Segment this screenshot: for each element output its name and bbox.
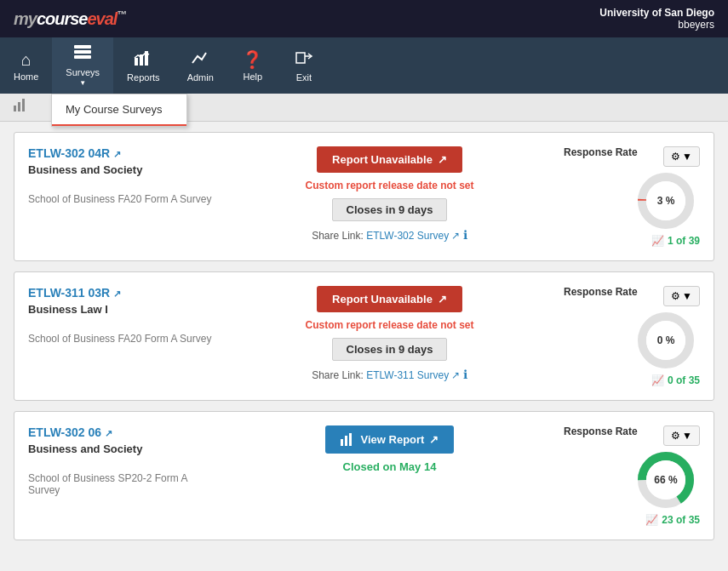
rate-gear-row-2: Response Rate ⚙ ▼	[564, 286, 700, 306]
navbar: ⌂ Home Surveys ▼ Reports Admin ❓ Help Ex…	[0, 37, 728, 94]
report-unavailable-btn-1[interactable]: Report Unavailable ↗	[317, 146, 462, 173]
share-link-url-2[interactable]: ETLW-311 Survey ↗	[366, 369, 463, 381]
response-rate-title-3: Response Rate	[564, 425, 638, 437]
nav-help-label: Help	[244, 71, 263, 82]
report-unavailable-label-2: Report Unavailable	[332, 293, 433, 305]
share-link-prefix-2: Share Link:	[312, 369, 364, 381]
nav-reports[interactable]: Reports	[113, 37, 174, 94]
svg-rect-9	[22, 99, 25, 111]
svg-rect-0	[74, 45, 91, 49]
response-rate-title-2: Response Rate	[564, 286, 638, 298]
course-name-2: Business Law I	[28, 303, 215, 316]
stats-label-3: 23 of 35	[662, 514, 700, 526]
reports-icon	[134, 49, 152, 71]
share-link-url-1[interactable]: ETLW-302 Survey ↗	[366, 230, 463, 242]
main-content: ETLW-302 04R ↗ Business and Society Scho…	[0, 122, 728, 561]
svg-rect-15	[341, 439, 343, 446]
gear-icon-2: ⚙	[671, 290, 680, 302]
exit-icon	[295, 49, 313, 71]
surveys-dropdown: My Course Surveys	[51, 94, 187, 127]
nav-home[interactable]: ⌂ Home	[0, 37, 52, 94]
nav-admin-label: Admin	[187, 72, 214, 83]
rate-gear-row-3: Response Rate ⚙ ▼	[564, 425, 700, 446]
course-code-3: ETLW-302 06	[28, 425, 101, 439]
share-link-1: Share Link: ETLW-302 Survey ↗ ℹ	[312, 228, 467, 242]
card-middle-3: View Report ↗ Closed on May 14	[232, 425, 547, 473]
username: bbeyers	[599, 19, 714, 31]
dropdown-my-course-surveys[interactable]: My Course Surveys	[52, 94, 186, 126]
gear-icon-3: ⚙	[671, 430, 680, 442]
nav-surveys[interactable]: Surveys ▼	[52, 37, 113, 94]
stats-label-1: 1 of 39	[668, 235, 700, 247]
course-name-1: Business and Society	[28, 163, 215, 176]
trend-icon-2: 📈	[651, 374, 664, 386]
survey-card-2: ETLW-311 03R ↗ Business Law I School of …	[14, 271, 714, 401]
nav-help[interactable]: ❓ Help	[227, 37, 278, 94]
gear-btn-3[interactable]: ⚙ ▼	[663, 425, 700, 446]
surveys-icon	[73, 44, 92, 66]
logo-course: course	[37, 9, 88, 28]
response-rate-title-1: Response Rate	[564, 146, 638, 158]
closes-badge-1: Closes in 9 days	[332, 198, 448, 221]
donut-pct-2: 0 %	[657, 334, 675, 346]
gear-chevron-1: ▼	[682, 151, 692, 163]
gear-btn-1[interactable]: ⚙ ▼	[663, 146, 700, 167]
logo-my: my	[14, 9, 37, 28]
svg-rect-16	[345, 436, 347, 446]
card-left-3: ETLW-302 06 ↗ Business and Society Schoo…	[28, 425, 215, 496]
report-unavailable-label-1: Report Unavailable	[332, 153, 433, 166]
survey-form-3: School of Business SP20-2 Form A Survey	[28, 472, 215, 496]
nav-admin[interactable]: Admin	[174, 37, 227, 94]
surveys-chevron: ▼	[79, 79, 86, 87]
stats-label-2: 0 of 35	[668, 374, 700, 386]
help-icon: ❓	[242, 49, 263, 70]
card-right-1: Response Rate ⚙ ▼ 3 % 📈 1 of 39	[564, 146, 700, 247]
card-left-1: ETLW-302 04R ↗ Business and Society Scho…	[28, 146, 215, 205]
report-unavailable-icon-2: ↗	[438, 293, 447, 305]
nav-exit[interactable]: Exit	[278, 37, 330, 94]
admin-icon	[191, 49, 209, 71]
closes-badge-2: Closes in 9 days	[332, 338, 448, 361]
logo: mycourseeval™	[14, 9, 126, 29]
survey-card-3: ETLW-302 06 ↗ Business and Society Schoo…	[14, 411, 714, 540]
trend-icon-1: 📈	[651, 235, 664, 247]
course-code-2: ETLW-311 03R	[28, 286, 110, 300]
view-report-btn-3[interactable]: View Report ↗	[325, 425, 455, 454]
gear-btn-2[interactable]: ⚙ ▼	[663, 286, 700, 306]
external-link-icon-3: ↗	[105, 428, 112, 438]
nav-surveys-label: Surveys	[66, 67, 100, 77]
report-unavailable-icon-1: ↗	[438, 153, 447, 166]
svg-rect-2	[74, 55, 91, 59]
rate-gear-row-1: Response Rate ⚙ ▼	[564, 146, 700, 167]
donut-pct-3: 66 %	[654, 474, 677, 486]
nav-reports-label: Reports	[127, 72, 160, 83]
breadcrumb-chart-icon	[14, 99, 29, 116]
nav-home-label: Home	[14, 71, 38, 82]
custom-report-msg-1: Custom report release date not set	[305, 180, 473, 191]
card-right-3: Response Rate ⚙ ▼ 66 % 📈 23 of 35	[564, 425, 700, 526]
trend-icon-3: 📈	[645, 514, 658, 526]
gear-chevron-2: ▼	[682, 290, 692, 302]
card-middle-2: Report Unavailable ↗ Custom report relea…	[232, 286, 547, 381]
svg-rect-17	[349, 433, 352, 446]
help-circle-icon-1[interactable]: ℹ	[463, 228, 467, 242]
help-circle-icon-2[interactable]: ℹ	[463, 368, 467, 381]
survey-form-1: School of Business FA20 Form A Survey	[28, 193, 215, 205]
external-link-icon-1: ↗	[113, 149, 121, 159]
svg-rect-7	[14, 106, 16, 111]
donut-chart-1: 3 %	[632, 167, 700, 235]
gear-icon-1: ⚙	[671, 151, 680, 163]
course-link-1[interactable]: ETLW-302 04R ↗	[28, 146, 121, 160]
gear-chevron-3: ▼	[682, 430, 692, 442]
university-name: University of San Diego	[599, 7, 714, 19]
course-link-3[interactable]: ETLW-302 06 ↗	[28, 425, 112, 439]
donut-chart-2: 0 %	[632, 306, 700, 374]
report-unavailable-btn-2[interactable]: Report Unavailable ↗	[317, 286, 462, 312]
home-icon: ⌂	[21, 50, 32, 70]
card-middle-1: Report Unavailable ↗ Custom report relea…	[232, 146, 547, 242]
stats-row-3: 📈 23 of 35	[645, 514, 700, 526]
nav-exit-label: Exit	[296, 72, 312, 83]
svg-rect-1	[74, 50, 91, 54]
bar-chart-icon-3	[341, 432, 356, 447]
course-link-2[interactable]: ETLW-311 03R ↗	[28, 286, 121, 300]
